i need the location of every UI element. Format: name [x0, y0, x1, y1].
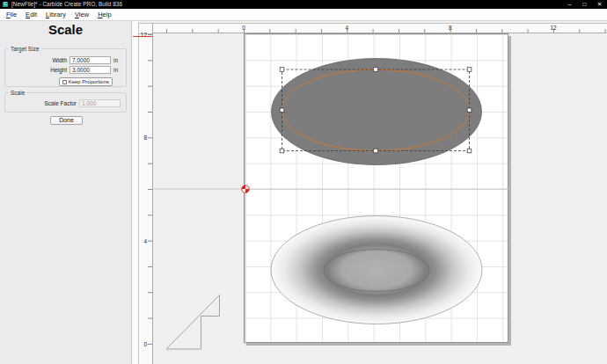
- menu-library[interactable]: Library: [41, 11, 70, 18]
- scale-panel: Scale Target Size Width in Height in Kee…: [0, 21, 132, 364]
- horizontal-ruler: 0 4 8 12: [153, 23, 607, 33]
- keep-proportions-label: Keep Proportions: [69, 79, 109, 84]
- width-row: Width in: [52, 56, 121, 64]
- app-logo-icon: C: [3, 2, 8, 7]
- menu-edit[interactable]: Edit: [21, 11, 41, 18]
- menu-view[interactable]: View: [70, 11, 93, 18]
- target-size-group: Target Size Width in Height in Keep Prop…: [4, 48, 127, 87]
- width-label: Width: [52, 57, 67, 63]
- maximize-icon[interactable]: □: [577, 0, 592, 9]
- menu-help[interactable]: Help: [93, 11, 115, 18]
- title-bar: C [NewFile]* - Carbide Create PRO, Build…: [0, 0, 607, 9]
- close-icon[interactable]: ✕: [592, 0, 607, 9]
- target-size-group-label: Target Size: [9, 46, 41, 52]
- selection-handle-n[interactable]: [374, 68, 378, 72]
- done-button[interactable]: Done: [50, 116, 83, 125]
- hruler-label-4: 4: [345, 25, 348, 31]
- step-triangle-shape[interactable]: [166, 295, 220, 350]
- shapes-layer: [153, 33, 607, 364]
- shaded-ellipse-preview[interactable]: [271, 216, 482, 324]
- scale-factor-row: Scale Factor: [45, 99, 121, 107]
- selection-handle-nw[interactable]: [280, 68, 284, 72]
- width-input[interactable]: [69, 56, 111, 64]
- height-label: Height: [50, 67, 67, 73]
- hruler-label-0: 0: [242, 25, 245, 31]
- origin-marker: [242, 186, 249, 193]
- scale-group-label: Scale: [9, 90, 26, 96]
- minimize-icon[interactable]: –: [562, 0, 577, 9]
- height-unit: in: [113, 67, 121, 73]
- selection-handle-sw[interactable]: [280, 149, 284, 153]
- selection-handle-w[interactable]: [280, 108, 284, 113]
- vruler-label-4: 4: [143, 237, 147, 244]
- design-canvas[interactable]: [153, 33, 607, 364]
- menu-file[interactable]: File: [2, 11, 21, 18]
- keep-proportions-checkbox[interactable]: Keep Proportions: [59, 77, 113, 86]
- scale-group: Scale Scale Factor: [4, 92, 127, 113]
- checkbox-icon: [62, 80, 67, 84]
- vruler-label-8: 8: [143, 135, 147, 141]
- app-window: { "titlebar": { "title": "[NewFile]* - C…: [0, 0, 607, 364]
- scale-factor-input: [79, 99, 121, 107]
- scale-factor-label: Scale Factor: [45, 100, 77, 106]
- selection-handle-ne[interactable]: [467, 68, 472, 72]
- ruler-cursor-marker: [133, 36, 152, 37]
- height-row: Height in: [50, 66, 121, 74]
- width-unit: in: [113, 57, 121, 63]
- vruler-label-0: 0: [143, 341, 147, 347]
- height-input[interactable]: [69, 66, 111, 74]
- menu-bar: File Edit Library View Help: [0, 9, 607, 21]
- panel-splitter: [132, 21, 138, 364]
- window-controls: – □ ✕: [562, 0, 607, 9]
- window-title: [NewFile]* - Carbide Create PRO, Build 8…: [11, 0, 122, 9]
- selection-handle-se[interactable]: [467, 149, 472, 153]
- panel-title: Scale: [0, 22, 131, 37]
- selection-handle-s[interactable]: [374, 149, 378, 153]
- selection-handle-e[interactable]: [467, 108, 472, 113]
- vertical-ruler: 12 8 4 0: [138, 23, 153, 364]
- hruler-label-8: 8: [449, 25, 452, 31]
- hruler-label-12: 12: [550, 25, 556, 31]
